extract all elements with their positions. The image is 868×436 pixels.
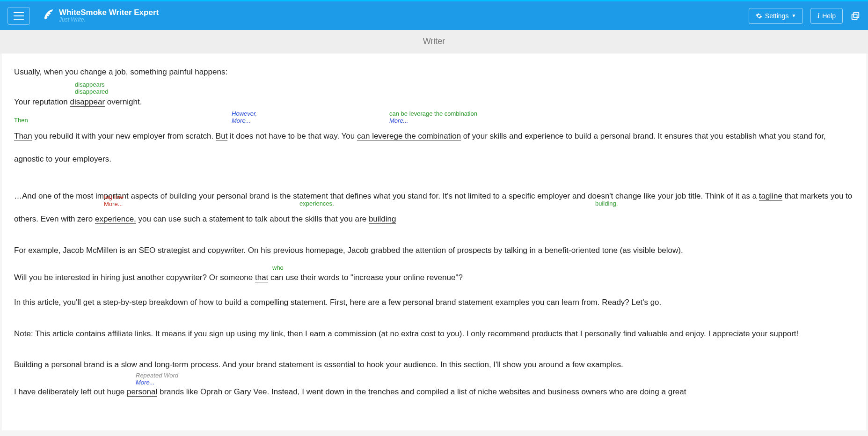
error-disappear[interactable]: disappear	[70, 97, 105, 107]
svg-rect-0	[853, 12, 859, 17]
help-button[interactable]: i Help	[810, 8, 843, 24]
suggestion-experience[interactable]: experiences,	[299, 200, 334, 207]
paragraph: Note: This article contains affiliate li…	[14, 322, 854, 345]
svg-rect-1	[852, 14, 857, 19]
brand-tagline: Just Write.	[59, 17, 159, 23]
chevron-down-icon: ▼	[791, 13, 796, 18]
top-bar: WhiteSmoke Writer Expert Just Write. Set…	[0, 0, 868, 30]
info-icon: i	[817, 12, 819, 20]
error-personal[interactable]: personal	[127, 387, 157, 397]
suggestion-disappear[interactable]: disappears disappeared	[75, 81, 109, 96]
paragraph: For example, Jacob McMillen is an SEO st…	[14, 245, 854, 256]
editor-area[interactable]: Usually, when you change a job, somethin…	[2, 53, 866, 430]
brand: WhiteSmoke Writer Expert Just Write.	[42, 8, 159, 23]
error-than[interactable]: Than	[14, 132, 32, 141]
gear-icon	[756, 13, 762, 19]
suggestion-personal[interactable]: Repeated Word More...	[136, 372, 178, 386]
suggestion-building[interactable]: building.	[595, 200, 618, 207]
window-icon[interactable]	[850, 11, 861, 21]
paragraph: tag line More... experiences, building. …	[14, 185, 854, 231]
suggestion-but[interactable]: However, More...	[232, 111, 257, 125]
paragraph: Then However, More... can be leverage th…	[14, 125, 854, 171]
menu-button[interactable]	[7, 7, 30, 25]
settings-button[interactable]: Settings ▼	[749, 8, 803, 24]
error-that[interactable]: that	[255, 273, 268, 282]
brand-title: WhiteSmoke Writer Expert	[59, 8, 159, 17]
suggestion-than[interactable]: Then	[14, 117, 28, 124]
feather-icon	[42, 8, 55, 22]
paragraph: In this article, you'll get a step-by-st…	[14, 297, 854, 308]
error-building[interactable]: building	[369, 214, 396, 224]
error-but[interactable]: But	[216, 132, 228, 141]
paragraph: Building a personal brand is a slow and …	[14, 359, 854, 370]
paragraph: disappears disappeared Your reputation d…	[14, 96, 854, 108]
paragraph: who Will you be interested in hiring jus…	[14, 272, 854, 283]
error-experience[interactable]: experience,	[95, 214, 136, 224]
error-tagline[interactable]: tagline	[759, 192, 782, 201]
paragraph: Repeated Word More... I have deliberatel…	[14, 386, 854, 398]
help-label: Help	[822, 12, 836, 20]
suggestion-leverege[interactable]: can be leverage the combination More...	[389, 111, 477, 125]
error-leverege[interactable]: can leverege the combination	[357, 132, 461, 141]
paragraph: Usually, when you change a job, somethin…	[14, 67, 854, 78]
document-title: Writer	[0, 30, 868, 53]
suggestion-that[interactable]: who	[272, 265, 284, 272]
settings-label: Settings	[765, 12, 789, 20]
